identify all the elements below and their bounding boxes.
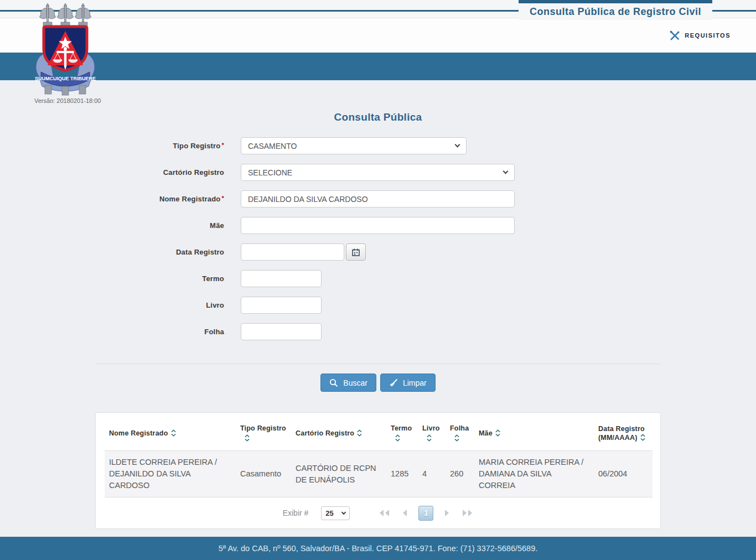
required-marker: * [222,195,224,201]
cell-tipo-registro: Casamento [236,451,291,497]
search-icon [329,378,338,387]
tools-icon [670,30,680,41]
livro-label: Livro [95,301,224,309]
calendar-icon [352,248,360,256]
sort-icon [395,434,400,442]
per-page-select[interactable]: 25 [321,506,350,520]
limpar-button[interactable]: Limpar [380,374,436,392]
tjba-logo: SUUMCUIQUE TRIBUERE [33,2,97,97]
tipo-registro-label: Tipo Registro* [95,142,224,150]
chevron-down-icon [503,169,509,174]
table-header-row: Nome Registrado Tipo Registro Cartório R… [105,417,653,451]
logo-motto-text: SUUMCUIQUE TRIBUERE [35,76,96,81]
tipo-registro-value: CASAMENTO [248,142,297,151]
blue-band [0,53,756,80]
nome-registrado-label: Nome Registrado* [95,195,224,203]
next-page-button[interactable] [444,509,451,517]
version-text: Versão: 20180201-18:00 [34,97,101,104]
sort-icon [454,434,459,442]
nome-registrado-input[interactable] [241,190,515,208]
sort-icon [171,429,176,437]
broom-icon [389,378,398,387]
required-marker: * [222,142,224,148]
termo-label: Termo [95,274,224,283]
col-tipo-registro[interactable]: Tipo Registro [236,417,291,451]
col-cartorio-registro[interactable]: Cartório Registro [291,417,386,451]
page-title: Consulta Pública [0,111,756,123]
col-termo[interactable]: Termo [386,417,418,451]
footer-address: 5ª Av. do CAB, nº 560, Salvador/BA - Bra… [219,544,538,553]
top-strip: Consulta Pública de Registro Civil [0,0,756,18]
chevron-down-icon [455,142,460,148]
site-title: Consulta Pública de Registro Civil [519,0,712,20]
double-chevron-right-icon [461,509,473,517]
sort-icon [357,429,362,437]
buscar-button[interactable]: Buscar [320,374,376,392]
mae-label: Mãe [95,221,224,230]
col-folha[interactable]: Folha [446,417,474,451]
tipo-registro-select[interactable]: CASAMENTO [241,137,467,154]
per-page-value: 25 [325,509,333,517]
col-nome-registrado[interactable]: Nome Registrado [105,417,236,451]
last-page-button[interactable] [461,509,473,517]
cell-termo: 1285 [386,451,418,497]
requisitos-link[interactable]: REQUISITOS [670,30,731,41]
cell-folha: 260 [446,451,474,497]
livro-input[interactable] [241,297,322,314]
coat-of-arms-icon: SUUMCUIQUE TRIBUERE [33,2,97,97]
chevron-down-icon [341,510,346,514]
exibir-label: Exibir # [283,509,309,517]
cell-livro: 4 [418,451,446,497]
cartorio-registro-label: Cartório Registro [95,168,224,177]
col-data-registro[interactable]: Data Registro (MM/AAAA) [594,417,653,451]
results-panel: Nome Registrado Tipo Registro Cartório R… [95,412,661,529]
sort-icon [495,429,500,437]
data-registro-label: Data Registro [95,248,224,256]
page-1-button[interactable]: 1 [418,506,433,521]
first-page-button[interactable] [379,509,391,517]
col-mae[interactable]: Mãe [474,417,594,451]
sort-icon [245,434,250,442]
results-table: Nome Registrado Tipo Registro Cartório R… [105,417,653,497]
chevron-left-icon [401,509,408,517]
search-form: Tipo Registro* CASAMENTO Cartório Regist… [95,137,661,340]
termo-input[interactable] [241,270,322,287]
limpar-label: Limpar [403,378,427,387]
chevron-right-icon [444,509,451,517]
nav-strip: REQUISITOS [0,18,756,53]
cell-data-registro: 06/2004 [594,451,653,497]
cell-nome-registrado: ILDETE CORREIA PEREIRA / DEJANILDO DA SI… [105,451,236,497]
cell-cartorio-registro: CARTÓRIO DE RCPN DE EUNÁPOLIS [291,451,386,497]
data-registro-input[interactable] [241,243,344,261]
sort-icon [427,434,432,442]
footer: 5ª Av. do CAB, nº 560, Salvador/BA - Bra… [0,537,756,560]
mae-input[interactable] [241,217,515,234]
prev-page-button[interactable] [401,509,408,517]
buscar-label: Buscar [343,378,367,387]
form-divider [95,364,661,364]
folha-label: Folha [95,328,224,336]
col-livro[interactable]: Livro [418,417,446,451]
calendar-button[interactable] [346,243,366,261]
table-row[interactable]: ILDETE CORREIA PEREIRA / DEJANILDO DA SI… [105,451,653,497]
cartorio-registro-value: SELECIONE [248,168,292,177]
requisitos-label: REQUISITOS [685,32,731,39]
cell-mae: MARIA CORREIA PEREIRA / DAMIANA DA SILVA… [474,451,594,497]
cartorio-registro-select[interactable]: SELECIONE [241,164,515,181]
double-chevron-left-icon [379,509,391,517]
folha-input[interactable] [241,323,322,340]
pagination: Exibir # 25 1 [105,497,651,528]
sort-icon [640,434,645,441]
